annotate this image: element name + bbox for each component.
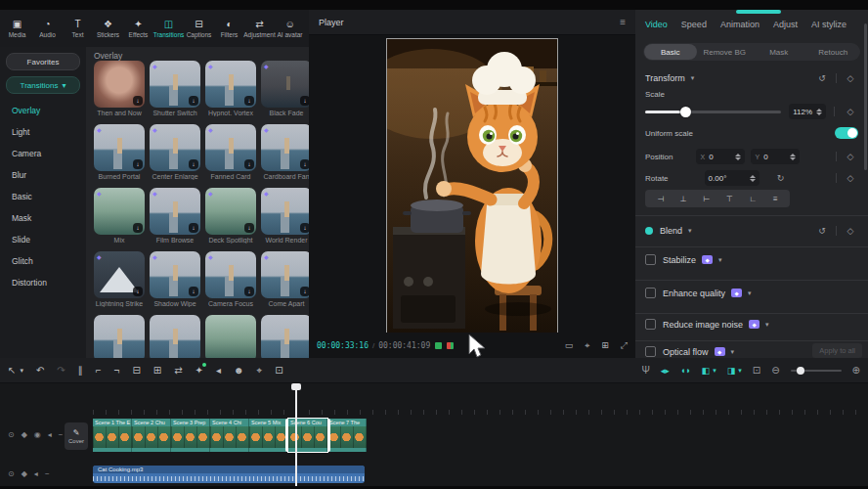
align-top-icon[interactable]: ⊤: [726, 195, 733, 203]
chevron-down-icon[interactable]: ▾: [691, 74, 695, 82]
lock-track-icon[interactable]: ⊙: [8, 469, 15, 478]
microphone-icon[interactable]: Ψ: [641, 365, 649, 376]
tab-effects[interactable]: ✦Effects: [123, 20, 153, 38]
transition-item[interactable]: ◆↓Fanned Card: [205, 124, 256, 180]
split-icon[interactable]: ∥: [78, 365, 83, 377]
zoom-in-icon[interactable]: ⊕: [852, 365, 860, 376]
sidebar-item-distortion[interactable]: Distortion: [0, 272, 86, 293]
uniform-scale-toggle[interactable]: [835, 127, 858, 139]
preview-axis-toggle[interactable]: ◧▾: [702, 366, 716, 376]
fullscreen-icon[interactable]: ⤢: [621, 340, 628, 351]
preview-quality-icon[interactable]: ⊡: [753, 365, 760, 376]
transition-item[interactable]: ◆↓Camera Focus: [205, 251, 256, 307]
scale-value-box[interactable]: 112%: [789, 104, 826, 119]
tab-ai-stylize[interactable]: AI stylize: [811, 20, 846, 29]
tab-text[interactable]: TText: [63, 20, 93, 38]
transition-item[interactable]: ◆↓Lightning Strike: [94, 251, 145, 307]
align-right-icon[interactable]: ⊢: [703, 195, 710, 203]
subtab-remove-bg[interactable]: Remove BG: [699, 44, 752, 60]
sidebar-item-slide[interactable]: Slide: [0, 229, 86, 250]
player-menu-icon[interactable]: ≡: [620, 17, 626, 27]
tab-adjustment[interactable]: ⇄Adjustment: [244, 20, 275, 38]
stepper-icon[interactable]: [790, 154, 796, 160]
transition-item[interactable]: ◆↓World Render: [261, 188, 309, 244]
sidebar-item-mask[interactable]: Mask: [0, 207, 86, 229]
redo-icon[interactable]: ↷: [57, 365, 65, 377]
transition-item[interactable]: [150, 315, 200, 358]
scale-slider-thumb[interactable]: [680, 107, 691, 117]
sidebar-item-camera[interactable]: Camera: [0, 143, 86, 164]
transition-item[interactable]: ◆↓Shutter Switch: [150, 61, 200, 116]
grid-icon[interactable]: ⊞: [601, 340, 609, 351]
chevron-down-icon[interactable]: ▾: [718, 256, 722, 264]
transition-item[interactable]: ◆↓Cardboard Fan: [261, 124, 309, 180]
align-center-icon[interactable]: ∟: [750, 195, 758, 203]
select-tool-icon[interactable]: ↖: [8, 365, 16, 377]
chevron-down-icon[interactable]: ▾: [765, 321, 769, 329]
keyframe-icon[interactable]: ◇: [843, 104, 858, 119]
tab-speed[interactable]: Speed: [681, 20, 707, 29]
collapse-track-icon[interactable]: −: [45, 469, 50, 478]
tab-video[interactable]: Video: [645, 20, 668, 29]
reset-icon[interactable]: ↺: [814, 223, 830, 239]
distribute-icon[interactable]: ≡: [773, 195, 778, 203]
clip-scene-3[interactable]: Scene 3 Prep: [171, 419, 210, 452]
optical-flow-checkbox[interactable]: [645, 346, 656, 357]
delete-icon[interactable]: ⊟: [132, 365, 140, 377]
trim-left-icon[interactable]: ⌐: [96, 365, 102, 377]
zoom-slider-thumb[interactable]: [797, 367, 804, 375]
subtab-retouch[interactable]: Retouch: [807, 44, 860, 60]
transition-item[interactable]: ◆↓Shadow Wipe: [150, 251, 200, 307]
transition-item[interactable]: ◆↓Come Apart: [261, 251, 309, 307]
chevron-down-icon[interactable]: ▾: [748, 289, 752, 297]
tab-transitions[interactable]: ◫Transitions: [153, 20, 184, 38]
transition-item[interactable]: ◆↓Burned Portal: [94, 124, 145, 180]
undo-icon[interactable]: ↶: [36, 365, 44, 377]
position-x-box[interactable]: X 0: [696, 149, 745, 164]
display-tool-icon[interactable]: ⊡: [275, 365, 282, 377]
sidebar-item-light[interactable]: Light: [0, 121, 86, 143]
character-tool-icon[interactable]: ☻: [234, 365, 244, 377]
hide-track-icon[interactable]: ◉: [34, 430, 41, 439]
tool-caret-icon[interactable]: ▾: [20, 365, 23, 377]
rotate-value-box[interactable]: 0.00°: [705, 170, 760, 186]
transition-item[interactable]: [205, 315, 256, 358]
sidebar-item-overlay[interactable]: Overlay: [0, 100, 86, 121]
transition-item[interactable]: [94, 315, 145, 358]
transition-item[interactable]: [261, 315, 309, 358]
video-preview[interactable]: [387, 39, 557, 333]
transition-item[interactable]: ◆↓Black Fade: [261, 61, 309, 116]
trim-right-icon[interactable]: ¬: [114, 365, 120, 377]
transitions-dropdown[interactable]: Transitions▾: [6, 76, 80, 94]
keyframe-icon[interactable]: ◇: [843, 223, 858, 239]
mute-track-icon[interactable]: ◂: [34, 469, 38, 478]
sidebar-item-basic[interactable]: Basic: [0, 186, 86, 207]
tab-media[interactable]: ▣Media: [2, 20, 32, 38]
stepper-icon[interactable]: [816, 109, 822, 115]
clip-scene-7[interactable]: Scene 7 The: [327, 419, 367, 452]
transition-item[interactable]: ↓Then and Now: [94, 61, 145, 116]
transition-item[interactable]: ◆↓Deck Spotlight: [205, 188, 256, 244]
favorites-button[interactable]: Favorites: [6, 53, 80, 70]
stepper-icon[interactable]: [735, 154, 741, 160]
opacity-icon[interactable]: ◆: [22, 469, 27, 478]
subtab-basic[interactable]: Basic: [644, 44, 697, 60]
timeline-ruler[interactable]: [93, 383, 868, 415]
stepper-icon[interactable]: [750, 175, 756, 182]
clip-scene-5[interactable]: Scene 5 Mix: [249, 419, 288, 452]
tab-animation[interactable]: Animation: [720, 20, 760, 29]
transition-item[interactable]: ◆↓Hypnot. Vortex: [205, 61, 256, 116]
apply-to-all-button[interactable]: Apply to all: [812, 343, 862, 358]
cover-button[interactable]: ✎ Cover: [65, 422, 88, 450]
tab-ai-avatar[interactable]: ☺AI avatar: [275, 20, 305, 38]
clip-scene-1[interactable]: Scene 1 The E: [93, 419, 132, 452]
auto-ripple-toggle[interactable]: ◨▾: [727, 366, 742, 376]
sidebar-item-glitch[interactable]: Glitch: [0, 250, 86, 272]
transition-item[interactable]: ◆↓Center Enlarge: [150, 124, 200, 180]
tab-adjust[interactable]: Adjust: [773, 20, 798, 29]
playhead[interactable]: [295, 383, 297, 486]
tab-captions[interactable]: ⊟Captions: [184, 20, 214, 38]
tab-audio[interactable]: ◔Audio: [32, 20, 63, 38]
tab-stickers[interactable]: ❖Stickers: [93, 20, 123, 38]
snap-toggle-icon[interactable]: ◂▸: [661, 366, 670, 376]
